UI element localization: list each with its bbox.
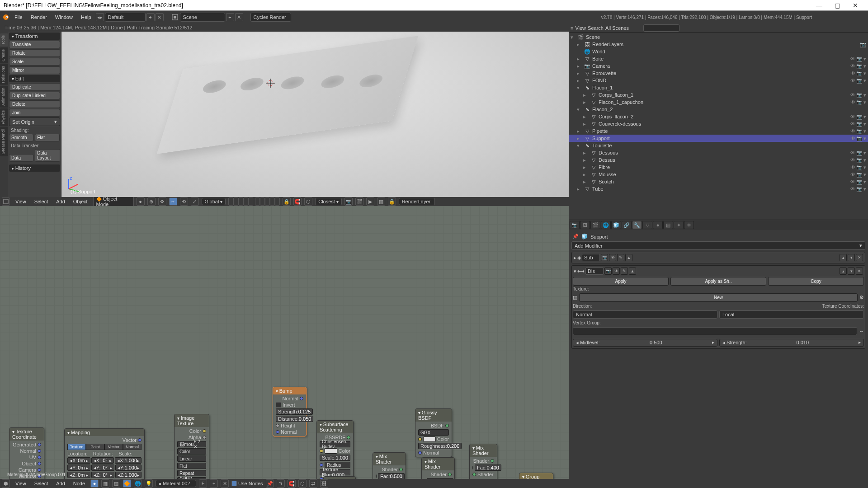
outliner-row[interactable]: ▾⬊Flacon_1: [569, 84, 868, 91]
modifier-name-input[interactable]: Dis: [585, 267, 604, 275]
duplicate-button[interactable]: Duplicate: [9, 83, 60, 91]
outliner-menu-search[interactable]: Search: [588, 25, 604, 31]
ptab-material-icon[interactable]: ●: [653, 221, 663, 229]
shading-solid-icon[interactable]: ●: [137, 197, 145, 206]
outliner-row[interactable]: ▸📷Camera👁📷▾: [569, 62, 868, 70]
mod-del-icon[interactable]: ✕: [856, 254, 863, 261]
layer-btn[interactable]: [238, 197, 243, 206]
lock-layers-icon[interactable]: 🔒: [388, 197, 396, 206]
tab-grease-pencil[interactable]: Grease Pencil: [0, 127, 8, 156]
backdrop-icon[interactable]: 🖼: [320, 479, 328, 488]
outliner-row[interactable]: ▾⬊Touillette: [569, 142, 868, 149]
shader-nodes-icon[interactable]: ●: [90, 479, 99, 488]
panel-transform-header[interactable]: ▾ Transform: [9, 33, 60, 40]
outliner-row[interactable]: ▸▽Eprouvette👁📷▾: [569, 70, 868, 77]
layer-btn[interactable]: [270, 197, 275, 206]
node-translucent-bsdf[interactable]: ▾ Translucent BSDF BSDF Color Normal: [323, 476, 356, 479]
outliner-row[interactable]: ▸▽Tube👁📷▾: [569, 185, 868, 192]
tab-tools[interactable]: Tools: [0, 33, 8, 47]
translate-button[interactable]: Translate: [9, 41, 60, 48]
node-mapping[interactable]: ▾ Mapping Vector TexturePointVectorNorma…: [64, 428, 145, 479]
node-image-texture-1[interactable]: ▾ Image Texture Color Alpha 🖼 mou F 2 ✕ …: [174, 414, 209, 479]
outliner-search-input[interactable]: [643, 24, 679, 32]
texture-new-button[interactable]: New: [579, 293, 858, 302]
node-menu-node[interactable]: Node: [71, 480, 88, 487]
node-group-output[interactable]: ▾ Group Output Shader Emission Color: [519, 473, 553, 479]
snap-target-select[interactable]: Closest ▾: [315, 198, 341, 205]
manipulator-scale-icon[interactable]: ⤢: [191, 197, 199, 206]
ptab-scene-icon[interactable]: 🎬: [590, 221, 600, 229]
renderlayer-select[interactable]: RenderLayer: [399, 198, 435, 205]
ptab-modifiers-icon[interactable]: 🔧: [632, 221, 642, 229]
join-button[interactable]: Join: [9, 109, 60, 117]
outliner-row[interactable]: ▸🖼RenderLayers📷: [569, 41, 868, 48]
mod-down-icon[interactable]: ▾: [848, 254, 855, 261]
texture-nodes-icon[interactable]: ▨: [112, 479, 120, 488]
layout-add-button[interactable]: +: [146, 13, 155, 21]
3dview-menu-add[interactable]: Add: [53, 198, 68, 205]
copy-button[interactable]: Copy: [768, 277, 864, 286]
minimize-button[interactable]: —: [810, 2, 828, 9]
snap-element-icon[interactable]: ⬡: [304, 197, 312, 206]
ptab-texture-icon[interactable]: ▨: [663, 221, 673, 229]
snap-node-icon[interactable]: 🧲: [288, 479, 296, 488]
mod-cage-icon[interactable]: ▲: [629, 267, 636, 275]
texcoords-select[interactable]: Local: [719, 310, 864, 319]
collapse-icon[interactable]: ▾: [574, 268, 576, 274]
direction-select[interactable]: Normal: [573, 310, 717, 319]
layer-btn[interactable]: [255, 197, 260, 206]
outliner-row[interactable]: ▸▽Fibre👁📷▾: [569, 164, 868, 171]
mod-edit-icon[interactable]: ✎: [617, 254, 624, 261]
delete-button[interactable]: Delete: [9, 100, 60, 108]
manipulator-icon[interactable]: ✥: [158, 197, 166, 206]
mod-display-icon[interactable]: 👁: [609, 254, 616, 261]
lamp-data-icon[interactable]: 💡: [145, 479, 153, 488]
mod-render-icon[interactable]: 📷: [601, 254, 608, 261]
node-mix-shader-1[interactable]: ▾ Mix Shader Shader Fac:0.500 Shader Sha…: [373, 452, 406, 479]
auto-offset-icon[interactable]: ⇄: [309, 479, 317, 488]
rotate-button[interactable]: Rotate: [9, 49, 60, 57]
ptab-particles-icon[interactable]: ✦: [674, 221, 684, 229]
layer-btn[interactable]: [228, 197, 233, 206]
snap-toggle-icon[interactable]: 🧲: [293, 197, 302, 206]
editor-type-icon[interactable]: [2, 197, 10, 206]
layer-btn[interactable]: [265, 197, 270, 206]
node-menu-view[interactable]: View: [13, 480, 29, 487]
strength-input[interactable]: ◂ Strength:0.010 ▸: [719, 339, 864, 347]
outliner-row[interactable]: ▸▽Corps_flacon_1👁📷▾: [569, 91, 868, 99]
layer-btn[interactable]: [260, 197, 265, 206]
compositor-nodes-icon[interactable]: ▦: [101, 479, 109, 488]
node-menu-select[interactable]: Select: [32, 480, 51, 487]
node-mix-shader-2[interactable]: ▾ Mix Shader Shader Fac:0.300 Shader Sha…: [421, 457, 455, 479]
pin-icon[interactable]: 📌: [572, 234, 579, 239]
mod-display-icon[interactable]: 👁: [613, 267, 620, 275]
ptab-world-icon[interactable]: 🌐: [601, 221, 611, 229]
outliner-row[interactable]: ▸▽Support👁📷▾: [569, 135, 868, 142]
node-subsurface-scattering[interactable]: ▾ Subsurface Scattering BSSRDF Christens…: [316, 420, 354, 479]
viewport-slot-icon[interactable]: ▦: [377, 197, 385, 206]
snap-node-element-icon[interactable]: ⬡: [298, 479, 307, 488]
ptab-constraints-icon[interactable]: 🔗: [622, 221, 632, 229]
tab-animation[interactable]: Animation: [0, 86, 8, 108]
mirror-button[interactable]: Mirror: [9, 66, 60, 74]
outliner-row[interactable]: ▸▽Dessous👁📷▾: [569, 149, 868, 156]
node-editor[interactable]: ▾ Texture Coordinate Generated Normal UV…: [0, 206, 569, 479]
ptab-render-icon[interactable]: 📷: [570, 221, 580, 229]
modifier-name-input[interactable]: Sub: [582, 254, 600, 261]
ptab-data-icon[interactable]: ▽: [642, 221, 652, 229]
object-data-icon[interactable]: 🔶: [123, 479, 131, 488]
renderer-select[interactable]: Cycles Render: [250, 13, 291, 22]
editor-type-outliner-icon[interactable]: ≡: [571, 25, 573, 31]
flat-button[interactable]: Flat: [35, 134, 59, 141]
panel-edit-header[interactable]: ▾ Edit: [9, 75, 60, 82]
duplicate-linked-button[interactable]: Duplicate Linked: [9, 92, 60, 99]
maximize-button[interactable]: ▢: [828, 2, 846, 9]
scale-button[interactable]: Scale: [9, 58, 60, 66]
tab-create[interactable]: Create: [0, 47, 8, 63]
outliner-row[interactable]: ▸▽Couvercle-dessous👁📷▾: [569, 120, 868, 127]
mod-cage-icon[interactable]: ▲: [625, 254, 632, 261]
outliner-row[interactable]: ▾🎬Scene: [569, 33, 868, 41]
layer-btn[interactable]: [243, 197, 248, 206]
outliner-menu-view[interactable]: View: [575, 25, 586, 31]
3dview-menu-select[interactable]: Select: [32, 198, 51, 205]
